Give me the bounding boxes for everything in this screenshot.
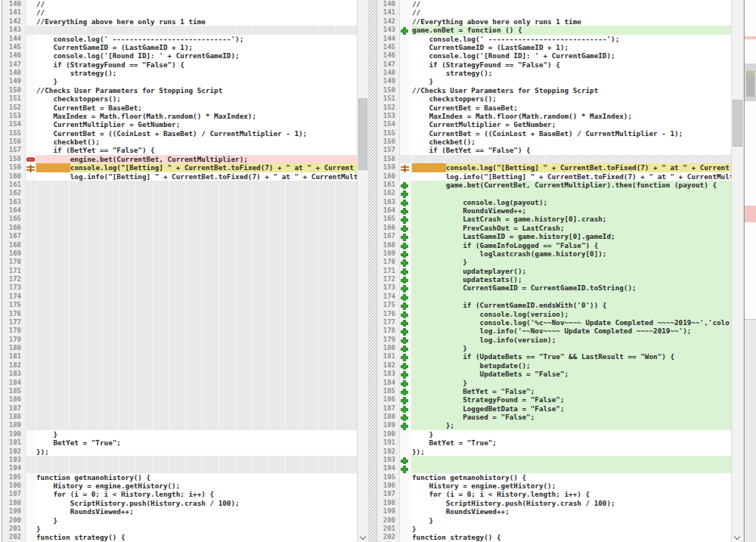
right-pane-scrollbar[interactable] <box>731 0 744 542</box>
code-text[interactable]: PrevCashOut = LastCrash; <box>411 224 731 232</box>
code-text[interactable]: CurrentBet = ((CoinLost + BaseBet) / Cur… <box>36 129 357 138</box>
diff-overview-ruler[interactable] <box>745 0 756 542</box>
code-text[interactable]: game.bet(CurrentBet, CurrentMultiplier).… <box>411 181 731 189</box>
code-text[interactable]: CurrentBet = BaseBet; <box>411 104 731 112</box>
code-text[interactable]: for (i = 0; i < History.length; i++) { <box>36 490 357 498</box>
code-text[interactable] <box>36 387 357 395</box>
code-text[interactable] <box>36 258 357 266</box>
code-text[interactable]: log.info('~~Nov~~~~ Update Completed ~~~… <box>411 327 731 335</box>
code-text[interactable]: StrategyFound = "False"; <box>411 395 731 404</box>
code-text[interactable] <box>411 464 731 472</box>
code-text[interactable]: if (CurrentGameID.endsWith('0')) { <box>411 301 731 309</box>
code-text[interactable]: // <box>411 8 731 17</box>
left-pane-scrollbar[interactable] <box>357 0 369 542</box>
code-text[interactable]: RoundsViewed++; <box>411 507 731 516</box>
code-text[interactable]: // <box>36 0 357 8</box>
code-text[interactable]: console.log(' --------------------------… <box>36 35 357 43</box>
code-text[interactable] <box>36 379 357 387</box>
code-text[interactable] <box>36 404 357 413</box>
left-scroll-down-button[interactable] <box>358 532 368 542</box>
code-text[interactable]: log.info("[Betting] " + CurrentBet.toFix… <box>411 172 731 181</box>
code-text[interactable] <box>36 283 357 292</box>
code-text[interactable]: LastGameID = game.history[0].gameId; <box>411 232 731 240</box>
code-text[interactable]: RoundsViewed++; <box>36 507 357 516</box>
code-text[interactable]: CurrentMultiplier = GetNumber; <box>36 120 357 129</box>
code-text[interactable]: checkbet(); <box>36 138 357 146</box>
pane-splitter[interactable] <box>369 0 376 542</box>
code-text[interactable] <box>36 456 357 464</box>
code-text[interactable]: History = engine.getHistory(); <box>36 482 357 490</box>
code-text[interactable]: }); <box>411 448 731 456</box>
code-text[interactable] <box>36 267 357 275</box>
right-scroll-down-button[interactable] <box>732 532 743 542</box>
code-text[interactable]: checkstoppers(); <box>411 94 731 103</box>
code-text[interactable] <box>36 413 357 421</box>
code-text[interactable]: if (StrategyFound == "False") { <box>36 60 357 69</box>
code-text[interactable] <box>36 232 357 240</box>
code-text[interactable]: } <box>411 516 731 525</box>
code-text[interactable]: //Everything above here only runs 1 time <box>411 17 731 26</box>
code-text[interactable] <box>36 327 357 335</box>
code-text[interactable]: if (GameInfoLogged == "False") { <box>411 241 731 249</box>
code-text[interactable]: MaxIndex = Math.floor(Math.random() * Ma… <box>411 112 731 120</box>
code-text[interactable]: } <box>36 525 357 533</box>
code-text[interactable]: console.log('[Round ID]: ' + CurrentGame… <box>411 51 731 60</box>
code-text[interactable] <box>36 198 357 206</box>
code-text[interactable]: for (i = 0; i < History.length; i++) { <box>411 490 731 498</box>
code-text[interactable]: CurrentBet = ((CoinLost + BaseBet) / Cur… <box>411 129 731 138</box>
code-text[interactable]: game.onBet = function () { <box>411 26 731 34</box>
code-text[interactable]: CurrentGameID = CurrentGameID.toString()… <box>411 283 731 292</box>
code-text[interactable]: console.log('%c~~Nov~~~~ Update Complete… <box>411 318 731 327</box>
code-text[interactable]: updatestats(); <box>411 275 731 283</box>
code-text[interactable] <box>36 181 357 189</box>
code-text[interactable]: function getnanohistory() { <box>36 473 357 482</box>
code-text[interactable]: log.info(version); <box>411 336 731 344</box>
code-text[interactable]: } <box>411 525 731 533</box>
code-text[interactable] <box>36 275 357 283</box>
code-text[interactable] <box>411 155 731 163</box>
code-text[interactable]: strategy(); <box>36 69 357 77</box>
code-text[interactable]: } <box>411 258 731 266</box>
code-text[interactable] <box>36 352 357 361</box>
code-text[interactable] <box>36 293 357 301</box>
code-text[interactable] <box>36 370 357 378</box>
code-text[interactable]: //Checks User Parameters for Stopping Sc… <box>411 86 731 94</box>
code-text[interactable]: BetYet = "True"; <box>36 438 357 447</box>
code-text[interactable]: console.log('[Round ID]: ' + CurrentGame… <box>36 51 357 60</box>
code-text[interactable] <box>411 189 731 197</box>
code-text[interactable]: betupdate(); <box>411 361 731 370</box>
code-text[interactable]: Paused = "False"; <box>411 413 731 421</box>
code-text[interactable]: }; <box>411 421 731 429</box>
code-text[interactable]: console.log("[Betting] " + CurrentBet.to… <box>411 163 731 172</box>
code-text[interactable]: CurrentMultiplier = GetNumber; <box>411 120 731 129</box>
code-text[interactable] <box>36 206 357 215</box>
code-text[interactable]: console.log("[Betting] " + CurrentBet.to… <box>36 163 357 172</box>
code-text[interactable] <box>36 189 357 197</box>
code-text[interactable]: } <box>36 516 357 525</box>
code-text[interactable]: } <box>36 77 357 85</box>
code-text[interactable] <box>36 241 357 249</box>
code-text[interactable] <box>36 344 357 352</box>
code-text[interactable]: loglastcrash(game.history[0]); <box>411 249 731 258</box>
code-text[interactable] <box>36 249 357 258</box>
left-scrollbar-thumb[interactable] <box>358 98 367 170</box>
code-text[interactable]: console.log(version); <box>411 310 731 318</box>
code-text[interactable] <box>36 336 357 344</box>
code-text[interactable]: } <box>411 77 731 85</box>
code-text[interactable]: ScriptHistory.push(History.crash / 100); <box>411 499 731 507</box>
code-text[interactable]: //Everything above here only runs 1 time <box>36 17 357 26</box>
code-text[interactable]: CurrentBet = BaseBet; <box>36 104 357 112</box>
code-text[interactable]: MaxIndex = Math.floor(Math.random() * Ma… <box>36 112 357 120</box>
right-scrollbar-thumb[interactable] <box>733 100 742 147</box>
code-text[interactable]: log.info("[Betting] " + CurrentBet.toFix… <box>36 172 357 181</box>
code-text[interactable]: if (BetYet == "False") { <box>36 146 357 154</box>
code-text[interactable]: checkbet(); <box>411 138 731 146</box>
code-text[interactable] <box>36 215 357 223</box>
code-text[interactable]: } <box>411 430 731 438</box>
code-text[interactable]: ScriptHistory.push(History.crash / 100); <box>36 499 357 507</box>
code-text[interactable] <box>36 318 357 327</box>
code-text[interactable]: CurrentGameID = (LastGameID + 1); <box>411 43 731 51</box>
code-text[interactable] <box>36 26 357 34</box>
code-text[interactable]: BetYet = "False"; <box>411 387 731 395</box>
code-text[interactable] <box>36 421 357 429</box>
